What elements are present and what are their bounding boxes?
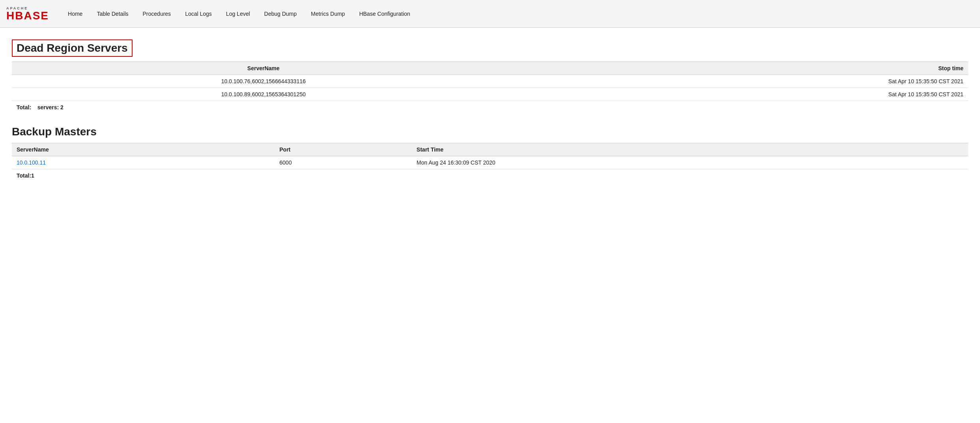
logo: APACHE HBASE <box>6 6 49 21</box>
backup-total-row: Total:1 <box>12 169 968 182</box>
dead-total-value: servers: 2 <box>37 104 64 110</box>
nav-log-level[interactable]: Log Level <box>219 11 257 17</box>
backup-port-1: 6000 <box>275 156 412 169</box>
dead-col-stop-time: Stop time <box>515 62 968 75</box>
dead-total-label-text: Total: <box>17 104 31 110</box>
nav-debug-dump[interactable]: Debug Dump <box>257 11 304 17</box>
table-row: 10.0.100.89,6002,1565364301250 Sat Apr 1… <box>12 88 968 101</box>
dead-col-server-name: ServerName <box>12 62 515 75</box>
table-row: 10.0.100.11 6000 Mon Aug 24 16:30:09 CST… <box>12 156 968 169</box>
dead-region-servers-title: Dead Region Servers <box>12 39 133 57</box>
dead-region-servers-section: Dead Region Servers ServerName Stop time… <box>12 36 968 114</box>
dead-server-name-1: 10.0.100.76,6002,1566644333116 <box>12 75 515 88</box>
dead-server-name-2: 10.0.100.89,6002,1565364301250 <box>12 88 515 101</box>
nav-home[interactable]: Home <box>61 11 90 17</box>
dead-region-servers-table: ServerName Stop time 10.0.100.76,6002,15… <box>12 62 968 114</box>
dead-total-row: Total: servers: 2 <box>12 101 968 114</box>
main-nav: Home Table Details Procedures Local Logs… <box>61 11 417 17</box>
dead-total-label: Total: servers: 2 <box>12 101 515 114</box>
nav-metrics-dump[interactable]: Metrics Dump <box>304 11 352 17</box>
backup-masters-title: Backup Masters <box>12 125 968 138</box>
app-header: APACHE HBASE Home Table Details Procedur… <box>0 0 980 28</box>
nav-table-details[interactable]: Table Details <box>90 11 135 17</box>
main-content: Dead Region Servers ServerName Stop time… <box>0 28 980 202</box>
backup-server-link-1[interactable]: 10.0.100.11 <box>17 159 46 166</box>
backup-table-header-row: ServerName Port Start Time <box>12 143 968 156</box>
dead-stop-time-2: Sat Apr 10 15:35:50 CST 2021 <box>515 88 968 101</box>
backup-masters-table: ServerName Port Start Time 10.0.100.11 6… <box>12 143 968 182</box>
backup-start-time-1: Mon Aug 24 16:30:09 CST 2020 <box>412 156 968 169</box>
nav-procedures[interactable]: Procedures <box>136 11 178 17</box>
backup-masters-section: Backup Masters ServerName Port Start Tim… <box>12 125 968 182</box>
backup-col-server-name: ServerName <box>12 143 275 156</box>
logo-hbase-text: HBASE <box>6 10 49 21</box>
backup-col-port: Port <box>275 143 412 156</box>
backup-col-start-time: Start Time <box>412 143 968 156</box>
backup-total-label: Total:1 <box>12 169 275 182</box>
nav-hbase-configuration[interactable]: HBase Configuration <box>352 11 417 17</box>
backup-server-name-1: 10.0.100.11 <box>12 156 275 169</box>
table-row: 10.0.100.76,6002,1566644333116 Sat Apr 1… <box>12 75 968 88</box>
dead-stop-time-1: Sat Apr 10 15:35:50 CST 2021 <box>515 75 968 88</box>
dead-table-header-row: ServerName Stop time <box>12 62 968 75</box>
nav-local-logs[interactable]: Local Logs <box>178 11 219 17</box>
